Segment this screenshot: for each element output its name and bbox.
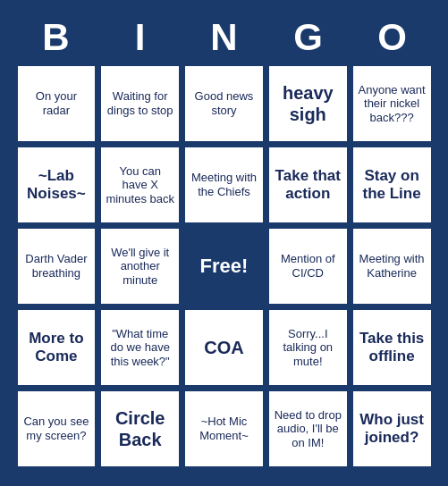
bingo-grid: On your radarWaiting for dings to stopGo… (14, 63, 435, 470)
letter-n: N (185, 16, 264, 59)
bingo-cell[interactable]: Who just joined? (351, 390, 433, 468)
bingo-cell[interactable]: Good news story (183, 64, 265, 143)
bingo-cell[interactable]: heavy sigh (267, 64, 349, 143)
bingo-cell[interactable]: Take this offline (351, 308, 433, 387)
bingo-header: B I N G O (14, 16, 435, 59)
letter-i: I (101, 16, 180, 59)
bingo-cell[interactable]: Circle Back (99, 390, 181, 468)
bingo-cell[interactable]: Free! (183, 227, 265, 306)
bingo-cell[interactable]: Anyone want their nickel back??? (351, 64, 433, 143)
letter-b: B (17, 16, 96, 59)
bingo-cell[interactable]: Darth Vader breathing (16, 227, 97, 306)
bingo-cell[interactable]: We'll give it another minute (99, 227, 181, 306)
bingo-cell[interactable]: Can you see my screen? (16, 390, 97, 468)
letter-g: G (269, 16, 348, 59)
bingo-cell[interactable]: More to Come (16, 308, 97, 387)
bingo-cell[interactable]: ~Hot Mic Moment~ (183, 390, 265, 468)
bingo-cell[interactable]: You can have X minutes back (99, 146, 181, 224)
bingo-cell[interactable]: Meeting with Katherine (351, 227, 433, 306)
bingo-cell[interactable]: On your radar (16, 64, 97, 143)
bingo-cell[interactable]: ~Lab Noises~ (16, 146, 97, 224)
bingo-cell[interactable]: Need to drop audio, I'll be on IM! (267, 390, 349, 468)
letter-o: O (353, 16, 432, 59)
bingo-card: B I N G O On your radarWaiting for dings… (5, 7, 444, 479)
bingo-cell[interactable]: Stay on the Line (351, 146, 433, 224)
bingo-cell[interactable]: "What time do we have this week?" (99, 308, 181, 387)
bingo-cell[interactable]: Take that action (267, 146, 349, 224)
bingo-cell[interactable]: Waiting for dings to stop (99, 64, 181, 143)
bingo-cell[interactable]: COA (183, 308, 265, 387)
bingo-cell[interactable]: Sorry...I talking on mute! (267, 308, 349, 387)
bingo-cell[interactable]: Mention of CI/CD (267, 227, 349, 306)
bingo-cell[interactable]: Meeting with the Chiefs (183, 146, 265, 224)
